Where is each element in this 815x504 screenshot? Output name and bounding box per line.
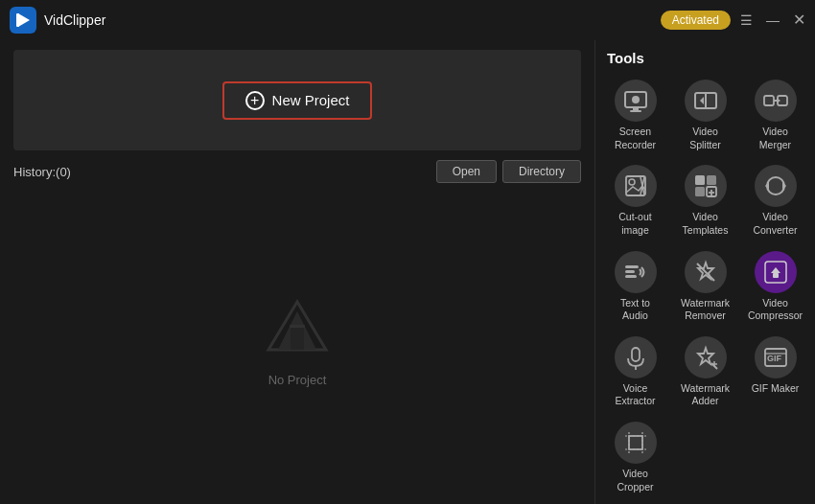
tools-panel: Tools ScreenRecorder VideoSplitter xyxy=(594,40,815,504)
no-project-icon xyxy=(264,297,331,365)
video-converter-icon xyxy=(755,165,797,207)
empty-state-icon xyxy=(264,297,331,355)
tools-title: Tools xyxy=(603,50,807,66)
voice-extractor-icon xyxy=(615,336,657,378)
tool-text-to-audio[interactable]: Text toAudio xyxy=(603,247,667,327)
cutout-image-icon xyxy=(615,165,657,207)
new-project-button[interactable]: + New Project xyxy=(222,81,373,120)
gif-maker-label: GIF Maker xyxy=(752,382,800,396)
video-compressor-icon xyxy=(755,251,797,293)
tool-voice-extractor[interactable]: VoiceExtractor xyxy=(603,332,667,412)
no-project-area: No Project xyxy=(13,189,581,494)
open-button[interactable]: Open xyxy=(436,160,497,183)
svg-rect-30 xyxy=(625,265,639,268)
svg-rect-14 xyxy=(764,96,774,105)
tool-cutout-image[interactable]: Cut-outimage xyxy=(603,161,667,241)
app-logo xyxy=(10,7,36,34)
minimize-button[interactable]: — xyxy=(766,13,780,27)
voice-extractor-label: VoiceExtractor xyxy=(615,382,655,408)
svg-text:GIF: GIF xyxy=(767,354,782,363)
watermark-adder-label: WatermarkAdder xyxy=(681,382,730,408)
video-templates-icon xyxy=(685,165,727,207)
gif-maker-icon: GIF xyxy=(755,336,797,378)
svg-rect-24 xyxy=(695,187,705,196)
watermark-remover-icon xyxy=(685,251,727,293)
svg-rect-45 xyxy=(629,436,642,449)
svg-marker-35 xyxy=(771,267,780,273)
tool-video-converter[interactable]: VideoConverter xyxy=(743,161,807,241)
video-compressor-label: VideoCompressor xyxy=(748,297,803,323)
title-bar-right: Activated ☰ — ✕ xyxy=(661,11,805,30)
activated-badge: Activated xyxy=(661,11,731,30)
directory-button[interactable]: Directory xyxy=(502,160,581,183)
video-merger-icon xyxy=(755,80,797,122)
text-to-audio-label: Text toAudio xyxy=(620,297,650,323)
svg-rect-10 xyxy=(630,110,641,112)
tool-watermark-remover[interactable]: WatermarkRemover xyxy=(673,247,737,327)
video-cropper-label: VideoCropper xyxy=(617,468,654,493)
tool-video-compressor[interactable]: VideoCompressor xyxy=(743,247,807,327)
screen-recorder-label: ScreenRecorder xyxy=(615,126,656,151)
text-to-audio-icon xyxy=(615,251,657,293)
svg-rect-6 xyxy=(290,325,305,328)
tool-video-splitter[interactable]: VideoSplitter xyxy=(673,76,737,155)
history-label: History:(0) xyxy=(13,165,71,179)
no-project-text: No Project xyxy=(268,373,327,387)
video-cropper-icon xyxy=(615,422,657,464)
video-splitter-icon xyxy=(685,80,727,122)
svg-marker-17 xyxy=(777,98,780,103)
svg-point-19 xyxy=(629,179,635,185)
plus-icon: + xyxy=(245,91,265,110)
video-templates-label: VideoTemplates xyxy=(683,211,729,237)
tool-screen-recorder[interactable]: ScreenRecorder xyxy=(603,76,667,155)
new-project-area: + New Project xyxy=(13,50,581,150)
watermark-remover-label: WatermarkRemover xyxy=(681,297,730,323)
tool-video-merger[interactable]: VideoMerger xyxy=(743,76,807,155)
new-project-label: New Project xyxy=(272,92,350,108)
menu-button[interactable]: ☰ xyxy=(740,13,753,27)
svg-rect-9 xyxy=(633,107,639,110)
logo-icon xyxy=(12,10,34,31)
svg-rect-22 xyxy=(695,175,705,185)
history-actions: Open Directory xyxy=(436,160,581,183)
window-controls: ☰ — ✕ xyxy=(740,12,805,28)
cutout-image-label: Cut-outimage xyxy=(618,211,651,237)
video-converter-label: VideoConverter xyxy=(753,211,797,237)
watermark-adder-icon xyxy=(685,336,727,378)
svg-rect-36 xyxy=(773,273,779,278)
tool-watermark-adder[interactable]: WatermarkAdder xyxy=(673,332,737,412)
svg-rect-23 xyxy=(707,175,716,185)
tool-video-cropper[interactable]: VideoCropper xyxy=(603,418,667,497)
video-merger-label: VideoMerger xyxy=(759,126,791,151)
tool-video-templates[interactable]: VideoTemplates xyxy=(673,161,737,241)
screen-recorder-icon xyxy=(615,80,657,122)
tool-gif-maker[interactable]: GIF GIF Maker xyxy=(743,332,807,412)
svg-marker-13 xyxy=(700,97,704,104)
app-title: VidClipper xyxy=(44,12,105,28)
svg-rect-5 xyxy=(291,326,304,350)
svg-rect-2 xyxy=(16,13,19,27)
svg-line-33 xyxy=(697,263,714,281)
history-bar: History:(0) Open Directory xyxy=(13,160,581,183)
left-panel: + New Project History:(0) Open Directory xyxy=(0,40,594,504)
svg-rect-31 xyxy=(625,270,635,273)
title-bar: VidClipper Activated ☰ — ✕ xyxy=(0,0,815,40)
title-bar-left: VidClipper xyxy=(10,7,105,34)
svg-rect-37 xyxy=(632,348,640,361)
main-layout: + New Project History:(0) Open Directory xyxy=(0,40,815,504)
svg-point-8 xyxy=(632,96,640,103)
close-button[interactable]: ✕ xyxy=(793,12,805,28)
video-splitter-label: VideoSplitter xyxy=(689,126,721,151)
svg-rect-32 xyxy=(625,275,637,278)
tools-grid: ScreenRecorder VideoSplitter VideoMerger xyxy=(603,76,807,497)
